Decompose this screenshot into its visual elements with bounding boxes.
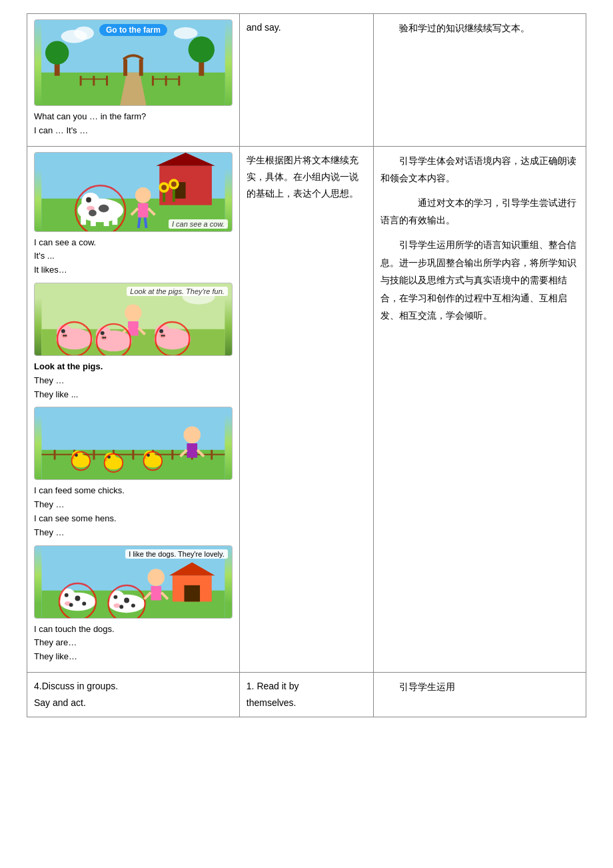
- svg-point-103: [184, 427, 201, 444]
- chicks-scene-svg: [35, 407, 232, 479]
- svg-point-66: [102, 337, 104, 339]
- teacher-cell-3: 引导学生运用: [374, 672, 586, 717]
- caption-dogs: I can touch the dogs. They are… They lik…: [34, 623, 233, 664]
- chicks-image: [34, 407, 233, 480]
- svg-point-39: [99, 204, 109, 212]
- svg-point-67: [104, 337, 106, 339]
- table-row: 4.Discuss in groups. Say and act. 1. Rea…: [27, 672, 586, 717]
- svg-point-117: [82, 601, 86, 605]
- svg-point-118: [69, 603, 73, 607]
- svg-point-60: [65, 335, 67, 337]
- svg-point-42: [135, 187, 151, 203]
- pigs-sublabel: Look at the pigs. They're fun.: [127, 287, 228, 296]
- teacher-para-3: 引导学生运用所学的语言知识重组、整合信息。进一步巩固整合输出所学内容，将所学知识…: [380, 236, 579, 325]
- svg-rect-104: [187, 443, 197, 458]
- svg-rect-19: [139, 59, 143, 76]
- svg-point-64: [101, 331, 105, 335]
- svg-point-126: [119, 605, 123, 609]
- svg-line-46: [139, 217, 140, 228]
- svg-rect-111: [184, 585, 200, 601]
- teacher-text-1: 验和学过的知识继续续写文本。: [380, 19, 579, 37]
- svg-point-37: [86, 197, 91, 202]
- svg-point-74: [163, 335, 165, 337]
- svg-point-122: [113, 595, 117, 599]
- farm-label: Go to the farm: [99, 24, 167, 36]
- svg-point-71: [159, 329, 163, 333]
- teacher-cell-2: 引导学生体会对话语境内容，达成正确朗读和领会文本内容。 通过对文本的学习，引导学…: [374, 146, 586, 672]
- svg-point-73: [161, 335, 163, 337]
- student-cell-3: 1. Read it by themselves.: [239, 672, 373, 717]
- svg-point-6: [45, 41, 69, 65]
- svg-point-123: [113, 603, 120, 607]
- caption-pigs: Look at the pigs. They … They like ...: [34, 360, 233, 401]
- svg-point-51: [125, 304, 142, 321]
- svg-point-125: [131, 603, 135, 607]
- svg-point-128: [148, 569, 165, 586]
- svg-rect-18: [123, 59, 127, 76]
- page: Go to the farm What can you … in the far…: [0, 0, 613, 868]
- activity-cell-2: I can see a cow. I can see a cow. It's .…: [27, 146, 240, 672]
- activity-cell-3: 4.Discuss in groups. Say and act.: [27, 672, 240, 717]
- bottom-activity-text: 4.Discuss in groups. Say and act.: [34, 678, 233, 711]
- svg-point-8: [189, 37, 215, 63]
- student-cell-2: 学生根据图片将文本继续充实，具体。在小组内说一说的基础上，表达个人思想。: [239, 146, 373, 672]
- student-text-2: 学生根据图片将文本继续充实，具体。在小组内说一说的基础上，表达个人思想。: [247, 152, 366, 203]
- svg-point-114: [65, 593, 69, 597]
- svg-rect-35: [112, 211, 117, 225]
- svg-point-40: [89, 209, 97, 216]
- svg-point-59: [63, 335, 65, 337]
- svg-point-30: [171, 181, 177, 187]
- table-row: I can see a cow. I can see a cow. It's .…: [27, 146, 586, 672]
- cow-image: I can see a cow.: [34, 152, 233, 232]
- svg-rect-34: [104, 213, 109, 226]
- caption-chicks: I can feed some chicks. They … I can see…: [34, 484, 233, 539]
- dogs-image: I like the dogs. They're lovely.: [34, 545, 233, 619]
- bottom-student-text: 1. Read it by themselves.: [247, 678, 366, 711]
- svg-point-116: [75, 595, 81, 601]
- teacher-para-1: 引导学生体会对话语境内容，达成正确朗读和领会文本内容。: [380, 152, 579, 187]
- student-cell-1: and say.: [239, 14, 373, 147]
- caption-cow: I can see a cow. It's ... It likes…: [34, 236, 233, 277]
- table-row: Go to the farm What can you … in the far…: [27, 14, 586, 147]
- svg-rect-129: [151, 585, 161, 600]
- svg-point-57: [61, 329, 65, 333]
- student-text-1: and say.: [247, 19, 366, 36]
- teacher-cell-1: 验和学过的知识继续续写文本。: [374, 14, 586, 147]
- svg-rect-32: [81, 211, 86, 225]
- teacher-text-3: 引导学生运用: [380, 678, 579, 696]
- pigs-image: Look at the pigs. They're fun.: [34, 283, 233, 356]
- teacher-para-2: 通过对文本的学习，引导学生尝试进行语言的有效输出。: [380, 194, 579, 229]
- dogs-sublabel-top: I like the dogs. They're lovely.: [125, 549, 228, 559]
- caption-farm-1: What can you … in the farm? I can … It's…: [34, 110, 233, 138]
- svg-rect-43: [138, 203, 149, 217]
- svg-point-3: [74, 27, 94, 40]
- farm-image-1: Go to the farm: [34, 19, 233, 106]
- svg-line-47: [145, 217, 147, 228]
- main-table: Go to the farm What can you … in the far…: [27, 13, 586, 717]
- svg-point-124: [124, 597, 129, 603]
- cow-sublabel: I can see a cow.: [169, 219, 228, 229]
- svg-point-27: [161, 185, 167, 190]
- activity-cell-1: Go to the farm What can you … in the far…: [27, 14, 240, 147]
- svg-point-4: [174, 27, 197, 39]
